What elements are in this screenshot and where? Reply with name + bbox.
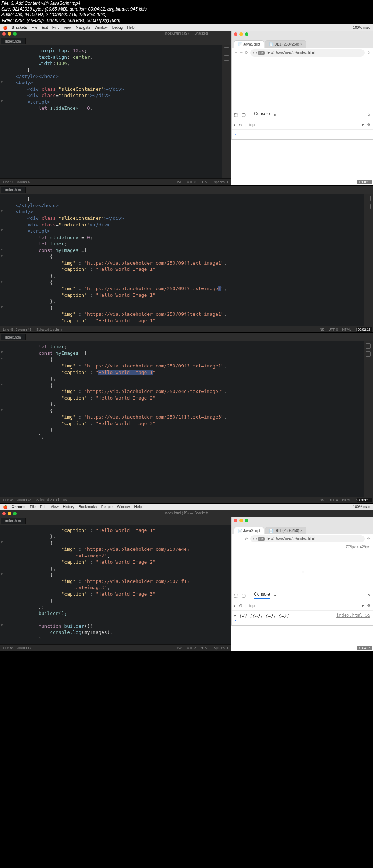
browser-tab-js[interactable]: 📄 JavaScript	[234, 527, 264, 534]
close-icon[interactable]: ×	[368, 112, 370, 117]
inspect-icon[interactable]: ⬚	[234, 593, 238, 598]
cursor-position: Line 56, Column 14	[3, 646, 31, 650]
menu-help[interactable]: Help	[127, 26, 135, 30]
close-icon[interactable]	[234, 519, 237, 522]
devtools: ⬚ ▢ | Console » ⋮ × ▸ ⊘ | top ▾ ⚙	[232, 590, 373, 625]
reload-icon[interactable]: ⟳	[245, 50, 248, 55]
device-icon[interactable]: ▢	[242, 112, 246, 117]
star-icon[interactable]: ☆	[367, 537, 370, 541]
play-icon[interactable]: ▸	[234, 603, 236, 608]
console-output[interactable]: index.html:55 ▸ (3) [{…}, {…}, {…}] ›	[232, 611, 373, 625]
extensions-icon[interactable]	[366, 351, 371, 357]
live-preview-icon[interactable]	[366, 343, 371, 349]
frame-4: 🍎 Chrome File Edit View History Bookmark…	[0, 504, 373, 651]
inspect-icon[interactable]: ⬚	[234, 112, 238, 117]
close-icon[interactable]	[2, 32, 6, 36]
file-name: File: 3. Add Content with JavaScript.mp4	[1, 1, 372, 7]
tab-index[interactable]: index.html	[1, 187, 26, 193]
frame-timestamp: 00:02:13	[357, 327, 372, 332]
editor-tabs: index.html	[0, 186, 373, 194]
browser-window: 📄 JavaScript 📄 DB1 (250×250) × ← → ⟳ ⓘ F…	[231, 517, 373, 626]
maximize-icon[interactable]	[245, 32, 248, 36]
more-tabs-icon[interactable]: »	[274, 112, 276, 117]
status-bar: Line 56, Column 14 INS UTF-8 HTML Spaces…	[0, 644, 231, 651]
context-select[interactable]: top ▾	[249, 122, 364, 127]
maximize-icon[interactable]	[13, 512, 17, 515]
close-icon[interactable]: ×	[368, 593, 370, 598]
clear-icon[interactable]: ⊘	[239, 122, 242, 127]
browser-tabs: 📄 JavaScript 📄 DB1 (250×250) ×	[232, 38, 373, 48]
browser-toolbar: ← → ⟳ ⓘ File file:///Users/mac/JS/index.…	[232, 534, 373, 544]
menu-view[interactable]: View	[64, 26, 72, 30]
forward-icon[interactable]: →	[239, 537, 243, 541]
close-icon[interactable]	[234, 32, 237, 36]
code-editor[interactable]: let timer; ▼ const myImages =[ ▼ { "img"…	[0, 341, 364, 496]
menu-edit[interactable]: Edit	[42, 26, 48, 30]
live-preview-icon[interactable]	[224, 47, 229, 52]
window-controls[interactable]	[0, 31, 19, 37]
menu-window[interactable]: Window	[95, 26, 108, 30]
minimize-icon[interactable]	[8, 32, 11, 36]
code-editor[interactable]: "caption" : "Hello World Image 1" }, ▼ {…	[0, 525, 231, 645]
live-preview-icon[interactable]	[366, 196, 371, 201]
menu-find[interactable]: Find	[52, 26, 59, 30]
minimize-icon[interactable]	[239, 32, 243, 36]
app-name: Brackets	[12, 26, 27, 30]
console-output[interactable]: ›	[232, 130, 373, 139]
console-log-output[interactable]: (3) [{…}, {…}, {…}]	[239, 613, 289, 618]
menu-debug[interactable]: Debug	[112, 26, 123, 30]
star-icon[interactable]: ☆	[367, 50, 370, 55]
back-icon[interactable]: ←	[234, 537, 238, 541]
tab-index[interactable]: index.html	[1, 518, 26, 524]
tab-index[interactable]: index.html	[1, 38, 26, 44]
kebab-icon[interactable]: ⋮	[360, 593, 364, 598]
frame-3: index.html let timer; ▼ const myImages =…	[0, 333, 373, 503]
browser-tabs: 📄 JavaScript 📄 DB1 (250×250) ×	[232, 524, 373, 534]
device-icon[interactable]: ▢	[242, 593, 246, 598]
more-tabs-icon[interactable]: »	[274, 593, 276, 598]
minimize-icon[interactable]	[8, 512, 11, 515]
minimize-icon[interactable]	[239, 519, 243, 522]
settings-icon[interactable]: ⚙	[367, 603, 370, 608]
reload-icon[interactable]: ⟳	[245, 537, 248, 541]
maximize-icon[interactable]	[13, 32, 17, 36]
frame-1: 🍎 Brackets File Edit Find View Navigate …	[0, 24, 373, 185]
browser-toolbar: ← → ⟳ ⓘ File file:///Users/mac/JS/index.…	[232, 48, 373, 58]
editor-tabs: index.html	[0, 517, 231, 525]
status-bar: Line 11, Column 4 INS UTF-8 HTML Spaces:…	[0, 178, 231, 185]
source-link[interactable]: index.html:55	[336, 613, 370, 618]
brackets-sidebar	[364, 194, 373, 326]
code-editor[interactable]: } </style></head> ▼ <body> <div class="s…	[0, 194, 364, 326]
address-bar[interactable]: ⓘ File file:///Users/mac/JS/index.html	[250, 49, 365, 57]
menu-file[interactable]: File	[31, 26, 37, 30]
cursor-position: Line 11, Column 4	[3, 180, 30, 184]
browser-tab-db[interactable]: 📄 DB1 (250×250) ×	[265, 527, 306, 534]
context-select[interactable]: top ▾	[249, 603, 364, 608]
extensions-icon[interactable]	[224, 55, 229, 61]
app-name: Chrome	[12, 505, 25, 509]
kebab-icon[interactable]: ⋮	[360, 112, 364, 117]
back-icon[interactable]: ←	[234, 50, 238, 55]
clear-icon[interactable]: ⊘	[239, 603, 242, 608]
maximize-icon[interactable]	[245, 519, 248, 522]
page-content: ↕	[232, 550, 373, 590]
forward-icon[interactable]: →	[239, 50, 243, 55]
address-bar[interactable]: ⓘ File file:///Users/mac/JS/index.html	[250, 535, 365, 542]
frame-2: index.html } </style></head> ▼ <body> <d…	[0, 186, 373, 332]
play-icon[interactable]: ▸	[234, 122, 236, 127]
editor-tabs: index.html	[0, 333, 373, 341]
tab-index[interactable]: index.html	[1, 334, 26, 340]
extensions-icon[interactable]	[366, 204, 371, 209]
code-editor[interactable]: margin-top: 10px; text-align: center; wi…	[0, 45, 222, 178]
browser-window: 📄 JavaScript 📄 DB1 (250×250) × ← → ⟳ ⓘ F…	[231, 31, 373, 140]
browser-tab-db[interactable]: 📄 DB1 (250×250) ×	[265, 40, 306, 48]
tab-console[interactable]: Console	[254, 592, 270, 599]
window-controls[interactable]	[0, 510, 19, 517]
menu-navigate[interactable]: Navigate	[76, 26, 90, 30]
tab-console[interactable]: Console	[254, 111, 270, 118]
close-icon[interactable]	[2, 512, 6, 515]
status-bar: Line 45, Column 45 — Selected 20 columns…	[0, 497, 373, 503]
browser-tab-js[interactable]: 📄 JavaScript	[234, 40, 264, 48]
settings-icon[interactable]: ⚙	[367, 122, 370, 127]
devtools: ⬚ ▢ | Console » ⋮ × ▸ ⊘ | top ▾ ⚙	[232, 109, 373, 139]
